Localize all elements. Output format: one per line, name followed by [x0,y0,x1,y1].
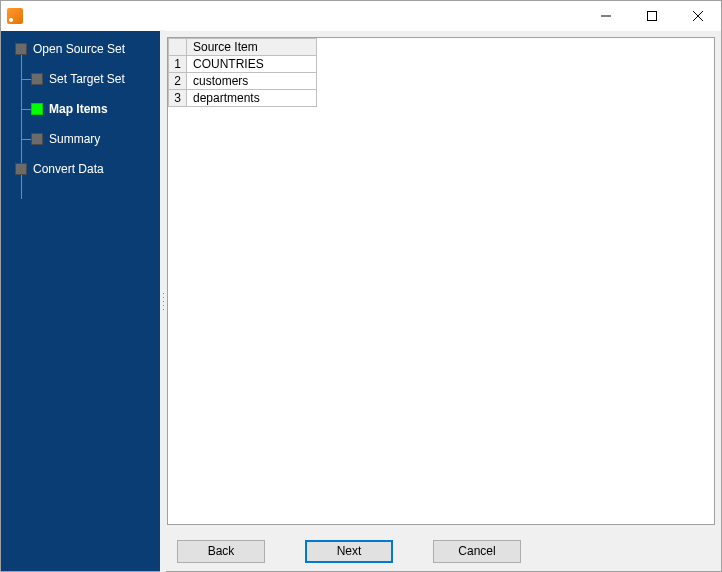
step-label: Convert Data [33,162,104,176]
minimize-button[interactable] [583,1,629,31]
wizard-sidebar: Open Source Set Set Target Set Map Items… [1,31,161,571]
step-box-icon [15,163,27,175]
step-convert-data[interactable]: Convert Data [1,159,161,179]
cancel-button[interactable]: Cancel [433,540,521,563]
step-label: Open Source Set [33,42,125,56]
source-item-table: Source Item 1 COUNTRIES 2 customers [168,38,317,107]
row-number: 1 [169,56,187,73]
step-label: Map Items [49,102,108,116]
column-header-source-item[interactable]: Source Item [187,39,317,56]
titlebar [1,1,721,31]
step-map-items[interactable]: Map Items [1,99,161,119]
cell-source-item[interactable]: customers [187,73,317,90]
app-icon [7,8,23,24]
step-box-icon [31,133,43,145]
row-number: 2 [169,73,187,90]
step-summary[interactable]: Summary [1,129,161,149]
svg-rect-1 [648,12,657,21]
table-corner-cell[interactable] [169,39,187,56]
back-button[interactable]: Back [177,540,265,563]
titlebar-left [7,8,23,24]
close-button[interactable] [675,1,721,31]
step-label: Set Target Set [49,72,125,86]
step-label: Summary [49,132,100,146]
button-bar: Back Next Cancel [161,531,721,571]
maximize-icon [647,11,657,21]
table-row[interactable]: 2 customers [169,73,317,90]
wizard-window: Open Source Set Set Target Set Map Items… [0,0,722,572]
splitter-grip-icon [163,293,164,310]
table-row[interactable]: 3 departments [169,90,317,107]
row-number: 3 [169,90,187,107]
step-box-icon [31,73,43,85]
step-open-source-set[interactable]: Open Source Set [1,39,161,59]
step-box-icon [15,43,27,55]
source-item-table-area: Source Item 1 COUNTRIES 2 customers [167,37,715,525]
cell-source-item[interactable]: departments [187,90,317,107]
step-box-icon [31,103,43,115]
main-panel: Source Item 1 COUNTRIES 2 customers [161,31,721,571]
maximize-button[interactable] [629,1,675,31]
close-icon [693,11,703,21]
window-controls [583,1,721,31]
next-button[interactable]: Next [305,540,393,563]
content-area: Open Source Set Set Target Set Map Items… [1,31,721,571]
table-row[interactable]: 1 COUNTRIES [169,56,317,73]
splitter-handle[interactable] [160,31,166,571]
cell-source-item[interactable]: COUNTRIES [187,56,317,73]
step-set-target-set[interactable]: Set Target Set [1,69,161,89]
minimize-icon [601,11,611,21]
